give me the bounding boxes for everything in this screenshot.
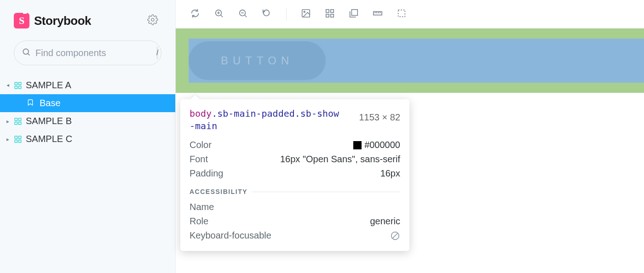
tree-item-label: SAMPLE C (26, 134, 72, 144)
inspector-row-a11y-role: Role generic (190, 214, 400, 228)
component-icon (14, 81, 22, 90)
search-shortcut: / (156, 46, 158, 59)
inspector-row-font: Font 16px "Open Sans", sans-serif (190, 152, 400, 166)
inspector-row-padding: Padding 16px (190, 166, 400, 181)
row-value: 16px (380, 168, 400, 179)
caret-down-icon: ▾ (5, 83, 12, 88)
toolbar (176, 0, 644, 28)
section-title: ACCESSIBILITY (190, 188, 247, 195)
svg-point-24 (304, 11, 305, 12)
zoom-reset-button[interactable] (261, 9, 272, 20)
zoom-reset-icon (262, 8, 272, 20)
svg-rect-12 (19, 136, 21, 138)
row-label: Name (190, 202, 214, 212)
section-line (252, 192, 400, 192)
tree-item-sample-b[interactable]: ▸ SAMPLE B (0, 112, 175, 130)
brand: S Storybook (14, 13, 91, 28)
image-icon (301, 8, 311, 20)
inspector-row-a11y-focusable: Keyboard-focusable (190, 228, 400, 243)
search-wrap: / (0, 40, 175, 65)
row-label: Color (190, 140, 212, 150)
component-icon (14, 135, 22, 143)
outline-icon (397, 8, 407, 20)
svg-line-20 (245, 15, 247, 17)
grid-button[interactable] (324, 9, 335, 20)
component-tree: ▾ SAMPLE A Base ▸ SAMPLE B ▸ SAMPLE C (0, 76, 175, 148)
row-value: 16px "Open Sans", sans-serif (280, 154, 400, 165)
caret-right-icon: ▸ (6, 136, 10, 142)
tree-item-sample-a[interactable]: ▾ SAMPLE A (0, 76, 175, 94)
svg-rect-26 (331, 9, 334, 12)
outline-button[interactable] (396, 9, 407, 20)
sync-icon (190, 8, 200, 20)
row-label: Role (190, 216, 208, 227)
selector-tag: body (190, 108, 212, 119)
inspector-dimensions: 1153 × 82 (359, 108, 400, 123)
preview-content-overlay: BUTTON (189, 39, 644, 83)
row-label: Padding (190, 168, 223, 179)
caret-right-icon: ▸ (6, 118, 10, 125)
svg-rect-9 (15, 122, 17, 124)
story-item-label: Base (40, 98, 61, 108)
svg-rect-8 (19, 118, 21, 120)
inspector-selector: body.sb-main-padded.sb-show-main (190, 108, 341, 132)
ruler-icon (373, 8, 383, 20)
demo-button[interactable]: BUTTON (189, 41, 326, 80)
remount-button[interactable] (190, 9, 201, 20)
inspector-section-accessibility: ACCESSIBILITY (190, 188, 400, 195)
settings-button[interactable] (145, 13, 161, 28)
zoom-out-icon (238, 8, 248, 20)
svg-rect-27 (326, 14, 329, 17)
sidebar: S Storybook / ▾ SAMPLE A (0, 0, 176, 273)
search-field[interactable]: / (14, 40, 161, 65)
search-input[interactable] (35, 48, 152, 58)
toolbar-separator (286, 8, 287, 21)
component-icon (14, 117, 22, 125)
svg-rect-28 (331, 14, 334, 17)
grid-icon (325, 8, 335, 20)
stack-icon (349, 8, 359, 20)
zoom-out-button[interactable] (237, 9, 248, 20)
svg-rect-5 (15, 86, 17, 88)
tree-item-label: SAMPLE B (26, 116, 72, 126)
svg-rect-35 (398, 10, 405, 17)
svg-rect-4 (19, 82, 21, 85)
element-inspector-popup: body.sb-main-padded.sb-show-main 1153 × … (180, 99, 409, 251)
svg-rect-29 (351, 9, 357, 15)
gear-icon (147, 14, 158, 27)
storybook-logo-icon: S (14, 13, 29, 28)
row-value: #000000 (364, 140, 400, 150)
background-button[interactable] (300, 9, 311, 20)
svg-line-16 (221, 15, 223, 17)
viewport-button[interactable] (348, 9, 359, 20)
svg-rect-13 (15, 140, 17, 142)
svg-line-2 (28, 54, 30, 56)
brand-title: Storybook (34, 14, 91, 28)
svg-rect-10 (19, 122, 21, 124)
selector-classes: .sb-main-padded.sb-show-main (190, 108, 339, 131)
svg-point-1 (23, 49, 29, 54)
measure-button[interactable] (372, 9, 383, 20)
svg-rect-7 (15, 118, 17, 120)
not-focusable-icon (390, 231, 400, 241)
inspector-row-color: Color #000000 (190, 138, 400, 152)
row-value: generic (370, 216, 400, 227)
svg-rect-14 (19, 140, 21, 142)
tree-item-label: SAMPLE A (26, 80, 71, 91)
story-item-base[interactable]: Base (0, 94, 175, 112)
inspector-row-a11y-name: Name (190, 200, 400, 214)
svg-rect-25 (326, 9, 329, 12)
search-icon (22, 47, 31, 58)
svg-line-37 (392, 233, 398, 239)
bookmark-icon (27, 98, 34, 108)
zoom-in-icon (214, 8, 224, 20)
svg-point-22 (264, 10, 270, 16)
tree-item-sample-c[interactable]: ▸ SAMPLE C (0, 130, 175, 148)
row-label: Keyboard-focusable (190, 230, 271, 241)
svg-rect-30 (374, 11, 382, 15)
preview-padding-overlay: BUTTON (176, 28, 644, 93)
zoom-in-button[interactable] (213, 9, 224, 20)
svg-rect-3 (15, 82, 17, 85)
color-swatch-icon (353, 141, 362, 149)
svg-rect-6 (19, 86, 21, 88)
